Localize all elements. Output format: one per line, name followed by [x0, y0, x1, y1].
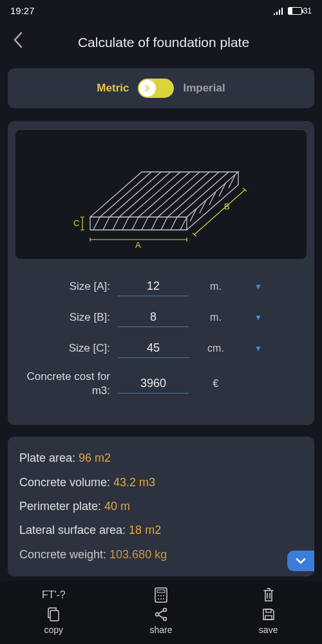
input-size-c[interactable] — [118, 339, 189, 358]
label-cost: Concrete cost for m3: — [18, 370, 118, 398]
app-header: Calculate of foundation plate — [0, 21, 322, 68]
svg-line-0 — [100, 172, 151, 217]
svg-point-31 — [163, 595, 164, 596]
trash-icon — [261, 587, 276, 603]
svg-line-1 — [109, 172, 161, 217]
input-row-cost: Concrete cost for m3: € — [15, 370, 307, 398]
svg-point-33 — [160, 598, 162, 600]
input-size-b[interactable] — [118, 308, 189, 327]
battery-percent: 31 — [303, 6, 312, 15]
copy-button[interactable]: copy — [28, 607, 79, 635]
svg-point-29 — [158, 595, 159, 596]
share-label: share — [149, 625, 172, 635]
input-card: A B C Size [A]: m. ▼ Size [B]: m. ▼ Size… — [8, 121, 314, 425]
svg-line-22 — [219, 184, 225, 196]
delete-button[interactable] — [243, 587, 294, 603]
result-lateral: Lateral surface area: 18 m2 — [19, 523, 303, 538]
svg-line-8 — [177, 172, 229, 217]
svg-line-3 — [129, 172, 180, 217]
unit-size-c: cm. — [196, 343, 235, 354]
unit-toggle-card: Metric Imperial — [8, 68, 314, 108]
svg-line-2 — [119, 172, 171, 217]
status-right: 31 — [274, 6, 312, 15]
share-icon — [153, 607, 169, 622]
diagram-label-c: C — [73, 218, 79, 228]
unit-dropdown-c[interactable]: ▼ — [254, 344, 262, 353]
svg-rect-28 — [157, 590, 165, 592]
svg-line-5 — [148, 172, 200, 217]
ft-button[interactable]: FT'-? — [28, 589, 79, 601]
svg-line-21 — [209, 192, 216, 205]
unit-size-a: m. — [196, 281, 235, 292]
copy-label: copy — [44, 625, 64, 635]
status-bar: 19:27 31 — [0, 0, 322, 21]
result-volume: Concrete volume: 43.2 m3 — [19, 475, 303, 490]
svg-line-17 — [171, 217, 177, 230]
bottom-bar: FT'-? copy share — [0, 581, 322, 644]
unit-dropdown-a[interactable]: ▼ — [254, 282, 262, 291]
calculator-button[interactable] — [135, 587, 187, 603]
svg-line-25 — [194, 190, 245, 234]
scroll-down-button[interactable] — [287, 551, 314, 571]
result-weight: Concrete weight: 103.680 kg — [19, 547, 303, 562]
svg-line-16 — [161, 217, 167, 230]
label-size-a: Size [A]: — [18, 280, 118, 293]
svg-line-14 — [142, 217, 148, 230]
page-title: Calculate of foundation plate — [15, 35, 312, 50]
svg-point-37 — [163, 609, 166, 612]
svg-line-20 — [200, 200, 206, 213]
input-row-size-a: Size [A]: m. ▼ — [15, 277, 307, 296]
results-card: Plate area: 96 m2 Concrete volume: 43.2 … — [8, 437, 314, 576]
battery-icon — [288, 7, 302, 15]
signal-icon — [274, 7, 284, 15]
svg-line-13 — [132, 217, 138, 230]
result-perimeter: Perimeter plate: 40 m — [19, 499, 303, 514]
input-row-size-b: Size [B]: m. ▼ — [15, 308, 307, 327]
input-cost[interactable] — [118, 374, 189, 393]
svg-point-36 — [155, 613, 158, 616]
save-icon — [261, 607, 276, 622]
input-row-size-c: Size [C]: cm. ▼ — [15, 339, 307, 358]
svg-line-10 — [103, 217, 109, 230]
save-label: save — [259, 625, 278, 635]
svg-line-9 — [93, 217, 100, 230]
unit-dropdown-b[interactable]: ▼ — [254, 313, 262, 322]
unit-toggle-switch[interactable] — [138, 79, 174, 98]
calculator-icon — [153, 587, 169, 603]
svg-line-12 — [122, 217, 129, 230]
diagram-label-a: A — [135, 240, 141, 250]
svg-line-18 — [180, 217, 187, 230]
status-time: 19:27 — [10, 5, 35, 16]
svg-line-40 — [158, 615, 164, 618]
unit-size-b: m. — [196, 312, 235, 323]
input-size-a[interactable] — [118, 277, 189, 296]
svg-line-7 — [167, 172, 219, 217]
foundation-diagram: A B C — [15, 130, 307, 259]
svg-line-19 — [190, 209, 196, 222]
imperial-label: Imperial — [183, 82, 225, 95]
diagram-label-b: B — [224, 202, 230, 211]
save-button[interactable]: save — [243, 607, 294, 635]
copy-icon — [46, 607, 61, 622]
svg-line-15 — [151, 217, 158, 230]
svg-rect-41 — [265, 616, 272, 620]
svg-point-30 — [160, 595, 162, 596]
svg-line-11 — [113, 217, 119, 230]
svg-rect-35 — [50, 611, 59, 621]
svg-point-32 — [158, 598, 159, 600]
svg-point-38 — [163, 618, 166, 621]
svg-line-6 — [158, 172, 209, 217]
svg-line-4 — [138, 172, 190, 217]
battery-indicator: 31 — [288, 6, 312, 15]
toggle-thumb — [139, 80, 156, 97]
unit-cost: € — [196, 378, 235, 390]
share-button[interactable]: share — [135, 607, 187, 635]
label-size-c: Size [C]: — [18, 342, 118, 355]
svg-line-39 — [158, 611, 164, 614]
svg-point-34 — [163, 598, 164, 600]
result-plate-area: Plate area: 96 m2 — [19, 451, 303, 466]
label-size-b: Size [B]: — [18, 311, 118, 324]
metric-label: Metric — [97, 82, 129, 95]
